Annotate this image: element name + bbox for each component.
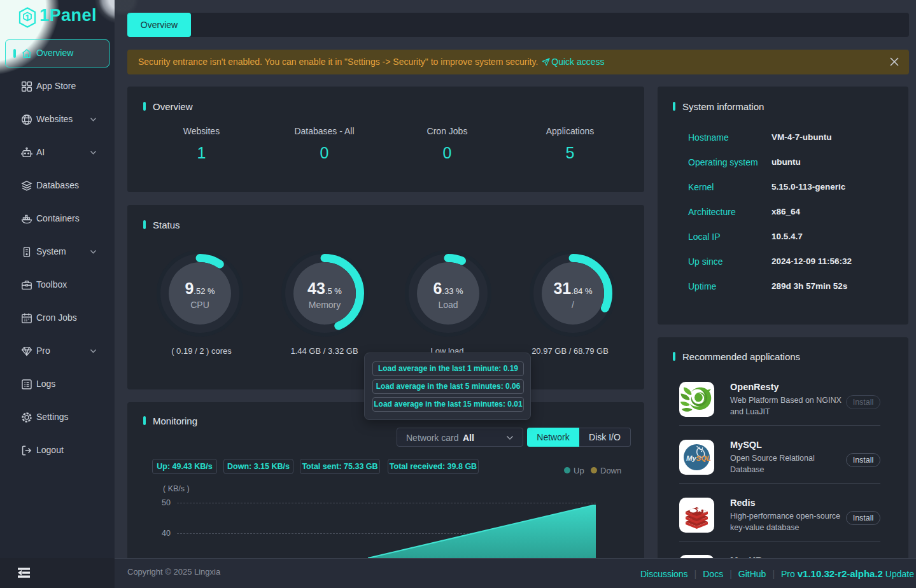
- svg-text:1: 1: [25, 13, 29, 22]
- svg-text:My: My: [686, 454, 697, 462]
- svg-text:SQL: SQL: [696, 454, 712, 462]
